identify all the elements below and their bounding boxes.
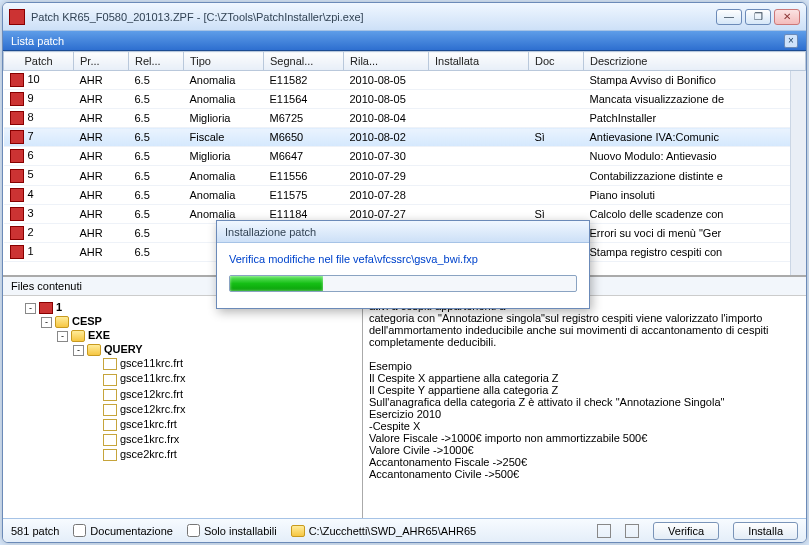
column-header[interactable]: Rila...	[344, 52, 429, 71]
tree-toggle[interactable]: -	[73, 345, 84, 356]
description-pane[interactable]: ativi a cespiti appartenenti acategoria …	[363, 296, 806, 518]
column-header[interactable]: Patch	[4, 52, 74, 71]
description-line: Esercizio 2010	[369, 408, 800, 420]
folder-icon	[71, 330, 85, 342]
file-item[interactable]: gsce12krc.frx	[89, 402, 356, 417]
column-header[interactable]: Tipo	[184, 52, 264, 71]
file-icon	[103, 419, 117, 431]
patch-icon	[10, 92, 24, 106]
patch-icon	[10, 130, 24, 144]
folder-icon	[87, 344, 101, 356]
file-icon	[103, 434, 117, 446]
minimize-button[interactable]: —	[716, 9, 742, 25]
description-line: Esempio	[369, 360, 800, 372]
patch-count: 581 patch	[11, 525, 59, 537]
column-header[interactable]: Pr...	[74, 52, 129, 71]
list-section-header: Lista patch ×	[3, 31, 806, 51]
column-header[interactable]: Rel...	[129, 52, 184, 71]
folder-icon	[55, 316, 69, 328]
description-line: Il Cespite X appartiene alla categoria Z	[369, 372, 800, 384]
file-item[interactable]: gsce11krc.frt	[89, 356, 356, 371]
verify-button[interactable]: Verifica	[653, 522, 719, 540]
install-path: C:\Zucchetti\SWD_AHR65\AHR65	[291, 525, 477, 537]
column-header[interactable]: Segnal...	[264, 52, 344, 71]
install-button[interactable]: Installa	[733, 522, 798, 540]
file-icon	[103, 449, 117, 461]
lock-icon[interactable]	[625, 524, 639, 538]
column-header[interactable]: Doc	[529, 52, 584, 71]
patch-icon	[10, 188, 24, 202]
app-icon	[9, 9, 25, 25]
description-line: dell'ammortamento indeducibile anche sui…	[369, 324, 800, 336]
installable-checkbox[interactable]: Solo installabili	[187, 524, 277, 537]
description-line: Il Cespite Y appartiene alla categoria Z	[369, 384, 800, 396]
tree-toggle[interactable]: -	[25, 303, 36, 314]
description-line	[369, 348, 800, 360]
description-line: Valore Civile ->1000€	[369, 444, 800, 456]
file-item[interactable]: gsce1krc.frx	[89, 432, 356, 447]
installable-checkbox-input[interactable]	[187, 524, 200, 537]
file-tree[interactable]: -1 -CESP -EXE -QUERY gsce11krc.frtgsce11…	[3, 296, 363, 518]
tree-toggle[interactable]: -	[57, 331, 68, 342]
dialog-title[interactable]: Installazione patch	[217, 221, 589, 243]
patch-icon	[10, 111, 24, 125]
patch-icon	[10, 245, 24, 259]
list-section-title: Lista patch	[11, 35, 64, 47]
file-icon	[103, 404, 117, 416]
close-button[interactable]: ✕	[774, 9, 800, 25]
table-row[interactable]: 10AHR6.5AnomaliaE115822010-08-05Stampa A…	[4, 71, 806, 90]
window-title: Patch KR65_F0580_201013.ZPF - [C:\ZTools…	[31, 11, 716, 23]
title-bar[interactable]: Patch KR65_F0580_201013.ZPF - [C:\ZTools…	[3, 3, 806, 31]
file-icon	[103, 374, 117, 386]
file-icon	[103, 389, 117, 401]
table-row[interactable]: 5AHR6.5AnomaliaE115562010-07-29Contabili…	[4, 166, 806, 185]
maximize-button[interactable]: ❐	[745, 9, 771, 25]
progress-dialog: Installazione patch Verifica modifiche n…	[216, 220, 590, 309]
patch-icon	[10, 169, 24, 183]
dialog-message: Verifica modifiche nel file vefa\vfcssrc…	[229, 253, 577, 265]
file-icon	[103, 358, 117, 370]
doc-checkbox[interactable]: Documentazione	[73, 524, 173, 537]
column-header[interactable]: Installata	[429, 52, 529, 71]
folder-icon	[291, 525, 305, 537]
file-item[interactable]: gsce2krc.frt	[89, 447, 356, 462]
tree-node-label: CESP	[72, 315, 102, 327]
description-line: Valore Fiscale ->1000€ importo non ammor…	[369, 432, 800, 444]
description-line: completamente deducibili.	[369, 336, 800, 348]
table-row[interactable]: 9AHR6.5AnomaliaE115642010-08-05Mancata v…	[4, 90, 806, 109]
doc-checkbox-input[interactable]	[73, 524, 86, 537]
file-item[interactable]: gsce1krc.frt	[89, 417, 356, 432]
patch-icon	[10, 207, 24, 221]
section-close-button[interactable]: ×	[784, 34, 798, 48]
description-line: -Cespite X	[369, 420, 800, 432]
status-bar: 581 patch Documentazione Solo installabi…	[3, 518, 806, 542]
patch-icon	[10, 226, 24, 240]
tree-root-label: 1	[56, 301, 62, 313]
description-line: Accantonamento Fiscale ->250€	[369, 456, 800, 468]
tree-node-label: EXE	[88, 329, 110, 341]
file-item[interactable]: gsce12krc.frt	[89, 387, 356, 402]
table-row[interactable]: 6AHR6.5MiglioriaM66472010-07-30Nuovo Mod…	[4, 147, 806, 166]
file-item[interactable]: gsce11krc.frx	[89, 371, 356, 386]
package-icon	[39, 302, 53, 314]
tree-node-label: QUERY	[104, 343, 143, 355]
table-row[interactable]: 4AHR6.5AnomaliaE115752010-07-28Piano ins…	[4, 185, 806, 204]
table-row[interactable]: 7AHR6.5FiscaleM66502010-08-02SìAntievasi…	[4, 128, 806, 147]
description-line: Sull'anagrafica della categoria Z è atti…	[369, 396, 800, 408]
grid-scrollbar[interactable]	[790, 71, 806, 275]
progress-bar	[229, 275, 577, 292]
table-row[interactable]: 8AHR6.5MiglioriaM67252010-08-04PatchInst…	[4, 109, 806, 128]
patch-icon	[10, 73, 24, 87]
column-header[interactable]: Descrizione	[584, 52, 806, 71]
description-line: Accantonamento Civile ->500€	[369, 468, 800, 480]
tree-toggle[interactable]: -	[41, 317, 52, 328]
refresh-icon[interactable]	[597, 524, 611, 538]
description-line: categoria con "Annotazione singola"sul r…	[369, 312, 800, 324]
patch-icon	[10, 149, 24, 163]
